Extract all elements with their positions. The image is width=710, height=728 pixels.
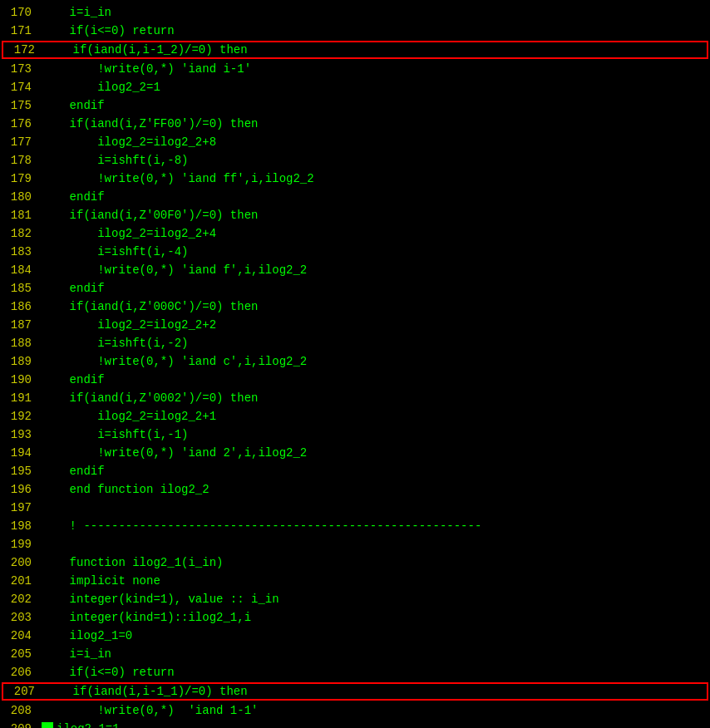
line-number: 174 bbox=[0, 81, 42, 94]
line-content: !write(0,*) 'iand ff',i,ilog2_2 bbox=[42, 172, 710, 185]
line-number: 209 bbox=[0, 722, 42, 728]
code-line: 199 bbox=[0, 535, 710, 553]
line-number: 171 bbox=[0, 24, 42, 37]
line-content: integer(kind=1)::ilog2_1,i bbox=[42, 611, 710, 624]
line-number: 176 bbox=[0, 117, 42, 130]
line-number: 208 bbox=[0, 704, 42, 717]
line-number: 206 bbox=[0, 666, 42, 679]
line-content: !write(0,*) 'iand 2',i,ilog2_2 bbox=[42, 446, 710, 460]
line-number: 191 bbox=[0, 391, 42, 405]
code-line: 203 integer(kind=1)::ilog2_1,i bbox=[0, 608, 710, 627]
line-content: ilog2_2=ilog2_2+2 bbox=[42, 318, 710, 332]
code-line: 179 !write(0,*) 'iand ff',i,ilog2_2 bbox=[0, 170, 710, 188]
code-line: 184 !write(0,*) 'iand f',i,ilog2_2 bbox=[0, 261, 710, 279]
code-line: 185 endif bbox=[0, 279, 710, 298]
code-line: 182 ilog2_2=ilog2_2+4 bbox=[0, 224, 710, 243]
line-content: i=ishft(i,-2) bbox=[42, 337, 710, 350]
line-content: if(iand(i,Z'0002')/=0) then bbox=[42, 391, 710, 405]
code-line: 202 integer(kind=1), value :: i_in bbox=[0, 590, 710, 608]
code-line: 198 ! ----------------------------------… bbox=[0, 517, 710, 535]
line-content: !write(0,*) 'iand f',i,ilog2_2 bbox=[42, 263, 710, 277]
line-number: 192 bbox=[0, 410, 42, 423]
line-number: 182 bbox=[0, 227, 42, 240]
code-line: 207 if(iand(i,i-1_1)/=0) then bbox=[2, 682, 708, 701]
line-number: 189 bbox=[0, 355, 42, 368]
line-number: 177 bbox=[0, 135, 42, 149]
line-content: implicit none bbox=[42, 574, 710, 588]
code-line: 204 ilog2_1=0 bbox=[0, 627, 710, 645]
line-number: 190 bbox=[0, 373, 42, 386]
line-content: i=i_in bbox=[42, 6, 710, 19]
line-number: 178 bbox=[0, 154, 42, 167]
code-line: 206 if(i<=0) return bbox=[0, 663, 710, 681]
code-line: 192 ilog2_2=ilog2_2+1 bbox=[0, 407, 710, 425]
line-content: ilog2_2=ilog2_2+8 bbox=[42, 135, 710, 149]
line-number: 197 bbox=[0, 501, 42, 514]
line-number: 196 bbox=[0, 483, 42, 496]
line-content: i=ishft(i,-8) bbox=[42, 154, 710, 167]
code-line: 208 !write(0,*) 'iand 1-1' bbox=[0, 701, 710, 720]
line-content: integer(kind=1), value :: i_in bbox=[42, 593, 710, 606]
green-block-indicator bbox=[42, 722, 53, 728]
line-number: 175 bbox=[0, 99, 42, 112]
code-line: 200 function ilog2_1(i_in) bbox=[0, 553, 710, 572]
line-content: if(iand(i,Z'00F0')/=0) then bbox=[42, 209, 710, 222]
code-line: 171 if(i<=0) return bbox=[0, 22, 710, 40]
line-number: 205 bbox=[0, 647, 42, 661]
line-content: !write(0,*) 'iand i-1' bbox=[42, 62, 710, 76]
line-content: i=ishft(i,-4) bbox=[42, 245, 710, 258]
line-content: endif bbox=[42, 190, 710, 204]
line-number: 183 bbox=[0, 245, 42, 258]
line-content: end function ilog2_2 bbox=[42, 483, 710, 496]
line-number: 194 bbox=[0, 446, 42, 460]
code-line: 174 ilog2_2=1 bbox=[0, 78, 710, 96]
line-number: 186 bbox=[0, 300, 42, 313]
line-number: 188 bbox=[0, 337, 42, 350]
line-number: 201 bbox=[0, 574, 42, 588]
line-content: if(iand(i,i-1_2)/=0) then bbox=[45, 43, 707, 57]
line-number: 180 bbox=[0, 190, 42, 204]
line-number: 207 bbox=[3, 685, 45, 698]
code-line: 196 end function ilog2_2 bbox=[0, 480, 710, 499]
code-line: 173 !write(0,*) 'iand i-1' bbox=[0, 60, 710, 78]
line-content: if(iand(i,Z'FF00')/=0) then bbox=[42, 117, 710, 130]
code-line: 195 endif bbox=[0, 462, 710, 480]
code-line: 175 endif bbox=[0, 96, 710, 115]
code-line: 187 ilog2_2=ilog2_2+2 bbox=[0, 316, 710, 334]
line-content: if(iand(i,Z'000C')/=0) then bbox=[42, 300, 710, 313]
line-number: 185 bbox=[0, 282, 42, 295]
code-line: 186 if(iand(i,Z'000C')/=0) then bbox=[0, 298, 710, 316]
code-line: 197 bbox=[0, 499, 710, 517]
code-line: 189 !write(0,*) 'iand c',i,ilog2_2 bbox=[0, 352, 710, 371]
line-content: if(iand(i,i-1_1)/=0) then bbox=[45, 685, 707, 698]
line-content: i=i_in bbox=[42, 647, 710, 661]
line-content: function ilog2_1(i_in) bbox=[42, 556, 710, 569]
line-number: 202 bbox=[0, 593, 42, 606]
line-number: 204 bbox=[0, 629, 42, 642]
line-number: 172 bbox=[3, 43, 45, 57]
code-line: 176 if(iand(i,Z'FF00')/=0) then bbox=[0, 115, 710, 133]
line-number: 195 bbox=[0, 465, 42, 478]
line-number: 199 bbox=[0, 538, 42, 551]
line-number: 200 bbox=[0, 556, 42, 569]
line-number: 203 bbox=[0, 611, 42, 624]
line-content: if(i<=0) return bbox=[42, 24, 710, 37]
line-content: ! --------------------------------------… bbox=[42, 519, 710, 533]
line-content: endif bbox=[42, 373, 710, 386]
line-number: 193 bbox=[0, 428, 42, 441]
line-content: if(i<=0) return bbox=[42, 666, 710, 679]
code-line: 183 i=ishft(i,-4) bbox=[0, 243, 710, 261]
code-line: 181 if(iand(i,Z'00F0')/=0) then bbox=[0, 206, 710, 224]
code-line: 188 i=ishft(i,-2) bbox=[0, 334, 710, 352]
code-line: 177 ilog2_2=ilog2_2+8 bbox=[0, 133, 710, 151]
code-line: 170 i=i_in bbox=[0, 3, 710, 22]
line-number: 173 bbox=[0, 62, 42, 76]
line-content: endif bbox=[42, 99, 710, 112]
code-line: 193 i=ishft(i,-1) bbox=[0, 425, 710, 444]
line-content: ilog2_2=1 bbox=[42, 81, 710, 94]
code-line: 205 i=i_in bbox=[0, 645, 710, 663]
code-line: 194 !write(0,*) 'iand 2',i,ilog2_2 bbox=[0, 444, 710, 462]
code-line: 178 i=ishft(i,-8) bbox=[0, 151, 710, 170]
code-line: 190 endif bbox=[0, 371, 710, 389]
line-content: ilog2_2=ilog2_2+1 bbox=[42, 410, 710, 423]
